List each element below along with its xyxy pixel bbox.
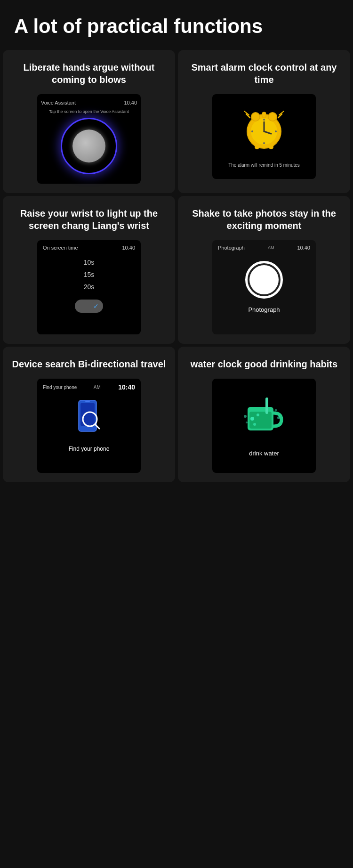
svg-point-9	[255, 145, 259, 149]
photo-header: Photograph AM 10:40	[216, 245, 312, 251]
va-subtitle: Tap the screen to open the Voice Assista…	[37, 109, 141, 114]
screen-photograph: Photograph AM 10:40 Photograph	[212, 240, 316, 334]
svg-point-10	[269, 145, 273, 149]
screen-voice-assistant: Voice Assistant 10:40 Tap the screen to …	[37, 94, 141, 184]
card-title-smart-alarm: Smart alarm clock control at any time	[185, 61, 343, 86]
svg-rect-7	[270, 115, 274, 119]
card-raise-wrist: Raise your wrist to light up the screen …	[3, 196, 175, 344]
find-phone-am: AM	[94, 385, 101, 390]
water-drink-label: drink water	[249, 450, 279, 457]
svg-rect-20	[80, 403, 95, 426]
ost-option-1: 10s	[84, 259, 95, 266]
va-label: Voice Assistant	[41, 100, 76, 105]
svg-point-27	[250, 417, 254, 421]
svg-rect-8	[262, 112, 266, 118]
page-title: A lot of practical functions	[0, 0, 353, 47]
cards-grid: Liberate hands argue without coming to b…	[0, 47, 353, 485]
svg-rect-26	[265, 397, 268, 414]
card-title-water-clock: water clock good drinking habits	[191, 358, 337, 370]
svg-point-28	[257, 414, 259, 416]
card-liberate-hands: Liberate hands argue without coming to b…	[3, 50, 175, 193]
alarm-reminder-text: The alarm will remind in 5 minutes	[228, 162, 300, 168]
alarm-clock-icon	[241, 105, 288, 158]
photo-shutter-inner	[249, 265, 279, 294]
va-circle-outer	[61, 118, 117, 174]
ost-option-2: 15s	[84, 271, 95, 278]
ost-header: On screen time 10:40	[41, 245, 137, 251]
svg-point-30	[244, 415, 247, 418]
screen-on-screen-time: On screen time 10:40 10s 15s 20s ✓	[37, 240, 141, 334]
find-phone-header: Find your phone AM 10:40	[41, 383, 137, 391]
svg-point-14	[275, 130, 277, 132]
find-phone-icon-wrap	[75, 399, 103, 439]
find-phone-btn-label: Find your phone	[69, 446, 110, 452]
svg-point-13	[251, 130, 253, 132]
screen-water: drink water	[212, 379, 316, 473]
svg-point-31	[277, 416, 280, 419]
phone-icon	[75, 399, 103, 437]
card-shake-photo: Shake to take photos stay in the excitin…	[178, 196, 350, 344]
svg-rect-6	[254, 115, 258, 119]
ost-toggle[interactable]: ✓	[75, 300, 103, 313]
screen-alarm: The alarm will remind in 5 minutes	[212, 94, 316, 179]
card-title-raise-wrist: Raise your wrist to light up the screen …	[10, 207, 168, 232]
card-title-find-phone: Device search Bi-directional travel	[12, 358, 166, 370]
card-water-clock: water clock good drinking habits	[178, 347, 350, 482]
va-time: 10:40	[124, 100, 137, 105]
va-circle-inner	[72, 130, 105, 162]
photo-shutter-button[interactable]	[245, 261, 283, 299]
svg-point-32	[275, 409, 277, 411]
ost-time: 10:40	[122, 245, 135, 251]
screen-find-phone: Find your phone AM 10:40 Find your phone	[37, 379, 141, 473]
card-title-liberate-hands: Liberate hands argue without coming to b…	[10, 61, 168, 86]
photo-btn-label: Photograph	[248, 306, 280, 313]
va-header: Voice Assistant 10:40	[37, 98, 141, 105]
find-phone-time: 10:40	[118, 383, 135, 391]
find-phone-label: Find your phone	[43, 385, 77, 390]
ost-option-3: 20s	[84, 283, 95, 291]
svg-point-12	[263, 142, 265, 144]
card-title-shake-photo: Shake to take photos stay in the excitin…	[185, 207, 343, 232]
svg-point-11	[263, 119, 265, 121]
photo-time: 10:40	[297, 245, 310, 251]
ost-label: On screen time	[43, 245, 78, 251]
card-smart-alarm: Smart alarm clock control at any time	[178, 50, 350, 193]
svg-rect-23	[85, 401, 90, 402]
photo-am: AM	[268, 245, 274, 250]
svg-point-33	[246, 422, 248, 423]
water-mug-icon	[243, 395, 285, 445]
card-find-phone: Device search Bi-directional travel Find…	[3, 347, 175, 482]
ost-toggle-checkmark: ✓	[91, 301, 101, 311]
svg-point-29	[253, 423, 256, 426]
photo-label: Photograph	[218, 245, 245, 251]
